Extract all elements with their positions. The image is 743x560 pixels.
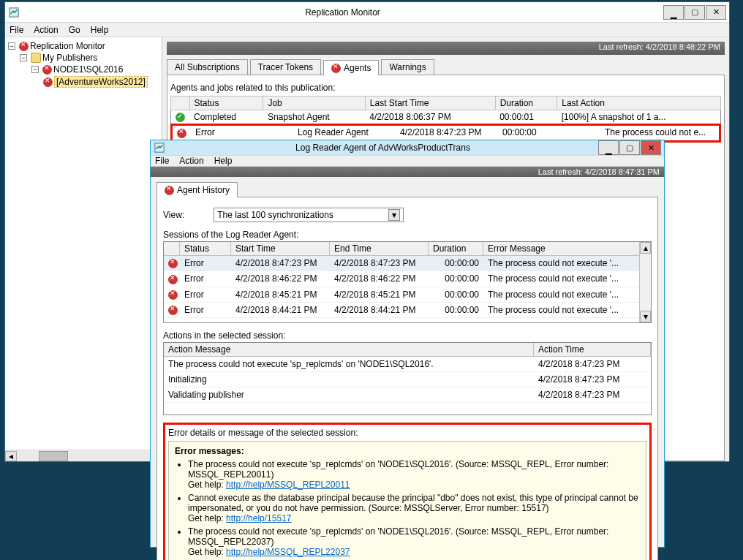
col-end[interactable]: End Time bbox=[330, 242, 429, 255]
help-link[interactable]: http://help/15517 bbox=[226, 513, 291, 523]
tree-root[interactable]: − Replication Monitor bbox=[8, 40, 159, 52]
scroll-down-icon[interactable]: ▾ bbox=[640, 311, 651, 322]
tab-warnings[interactable]: Warnings bbox=[381, 59, 434, 75]
view-label: View: bbox=[163, 210, 184, 220]
horizontal-scrollbar[interactable]: ◂ ▸ bbox=[5, 450, 162, 461]
cell-last-start: 4/2/2018 8:06:37 PM bbox=[365, 110, 495, 124]
grid-row[interactable]: The process could not execute 'sp_replcm… bbox=[164, 357, 651, 372]
cell: The process could not execute '... bbox=[483, 303, 651, 317]
tab-all-subscriptions[interactable]: All Subscriptions bbox=[167, 59, 248, 75]
error-icon bbox=[19, 42, 29, 51]
expander-icon[interactable]: − bbox=[20, 54, 27, 61]
cell-last-action: The process could not e... bbox=[600, 126, 719, 140]
grid-row[interactable]: Validating publisher 4/2/2018 8:47:23 PM bbox=[164, 387, 651, 403]
vertical-scrollbar[interactable]: ▴ ▾ bbox=[639, 242, 651, 322]
col-action-message[interactable]: Action Message bbox=[164, 343, 534, 356]
app-icon bbox=[154, 142, 165, 154]
view-combo[interactable]: The last 100 synchronizations ▾ bbox=[214, 208, 404, 222]
cell-duration: 00:00:00 bbox=[498, 126, 600, 140]
menu-action[interactable]: Action bbox=[179, 156, 203, 166]
error-messages-heading: Error messages: bbox=[175, 446, 244, 456]
cell: 4/2/2018 8:45:21 PM bbox=[330, 288, 429, 301]
menu-help[interactable]: Help bbox=[91, 25, 109, 35]
expander-icon[interactable]: − bbox=[31, 66, 39, 73]
help-label: Get help: bbox=[188, 547, 224, 557]
scroll-track[interactable] bbox=[17, 451, 150, 461]
cell: The process could not execute '... bbox=[483, 272, 651, 285]
close-button[interactable]: ✕ bbox=[706, 5, 726, 20]
cell-status: Error bbox=[191, 126, 293, 140]
grid-row[interactable]: Initializing 4/2/2018 8:47:23 PM bbox=[164, 372, 651, 387]
col-start[interactable]: Start Time bbox=[231, 242, 330, 255]
titlebar[interactable]: Replication Monitor ▁ ▢ ✕ bbox=[5, 2, 729, 23]
col-error[interactable]: Error Message bbox=[483, 242, 651, 255]
error-item: The process could not execute 'sp_replcm… bbox=[188, 526, 640, 557]
col-status[interactable]: Status bbox=[180, 242, 231, 255]
menu-file[interactable]: File bbox=[155, 156, 169, 166]
col-action-time[interactable]: Action Time bbox=[534, 343, 651, 356]
scroll-left-icon[interactable]: ◂ bbox=[5, 451, 17, 461]
cell: 4/2/2018 8:47:23 PM bbox=[534, 357, 651, 371]
menu-go[interactable]: Go bbox=[69, 25, 80, 35]
menu-help[interactable]: Help bbox=[214, 156, 233, 166]
error-details-label: Error details or message of the selected… bbox=[168, 428, 646, 438]
col-duration[interactable]: Duration bbox=[429, 242, 483, 255]
tree-pane: − Replication Monitor − My Publishers − … bbox=[5, 37, 162, 461]
error-icon bbox=[168, 275, 178, 284]
cell-job: Log Reader Agent bbox=[293, 126, 396, 140]
maximize-button[interactable]: ▢ bbox=[684, 5, 705, 20]
menu-action[interactable]: Action bbox=[34, 25, 58, 35]
grid-row[interactable]: Error 4/2/2018 8:47:23 PM 4/2/2018 8:47:… bbox=[164, 256, 651, 271]
tree-publishers[interactable]: − My Publishers bbox=[8, 52, 159, 64]
cell-last-action: [100%] A snapshot of 1 a... bbox=[557, 110, 721, 124]
tree-label: Replication Monitor bbox=[30, 41, 105, 51]
window-title: Replication Monitor bbox=[23, 7, 663, 18]
error-icon bbox=[177, 129, 186, 138]
col-job[interactable]: Job bbox=[263, 97, 365, 110]
error-icon bbox=[168, 290, 178, 300]
col-last-start[interactable]: Last Start Time bbox=[365, 97, 495, 110]
table-row[interactable]: Error Log Reader Agent 4/2/2018 8:47:23 … bbox=[173, 126, 719, 140]
cell-job: Snapshot Agent bbox=[263, 110, 365, 124]
grid-row[interactable]: Error 4/2/2018 8:45:21 PM 4/2/2018 8:45:… bbox=[164, 287, 651, 303]
titlebar[interactable]: Log Reader Agent of AdvWorksProductTrans… bbox=[151, 140, 664, 156]
section-label: Agents and jobs related to this publicat… bbox=[170, 80, 721, 96]
cell: Error bbox=[180, 272, 231, 285]
tab-label: Agents bbox=[344, 63, 371, 73]
tree-label: My Publishers bbox=[42, 53, 97, 63]
col-duration[interactable]: Duration bbox=[495, 97, 557, 110]
help-link[interactable]: http://help/MSSQL_REPL20011 bbox=[226, 480, 350, 490]
tab-area: Agent History View: The last 100 synchro… bbox=[151, 177, 664, 560]
scroll-thumb[interactable] bbox=[39, 451, 68, 461]
tree-db-node[interactable]: [AdventureWorks2012] bbox=[8, 75, 159, 88]
tab-tracer-tokens[interactable]: Tracer Tokens bbox=[250, 59, 321, 75]
col-status[interactable]: Status bbox=[189, 97, 263, 110]
tab-agents[interactable]: Agents bbox=[323, 60, 379, 75]
tab-agent-history[interactable]: Agent History bbox=[156, 182, 238, 197]
table-row[interactable]: Completed Snapshot Agent 4/2/2018 8:06:3… bbox=[171, 110, 721, 124]
error-text: The process could not execute 'sp_replcm… bbox=[188, 459, 608, 480]
maximize-button[interactable]: ▢ bbox=[619, 140, 640, 155]
expander-icon[interactable]: − bbox=[8, 42, 15, 50]
cell: 4/2/2018 8:44:21 PM bbox=[330, 303, 429, 317]
menu-file[interactable]: File bbox=[10, 25, 23, 35]
help-link[interactable]: http://help/MSSQL_REPL22037 bbox=[226, 547, 350, 557]
tree-server-node[interactable]: − NODE1\SQL2016 bbox=[8, 64, 159, 75]
cell: 4/2/2018 8:46:22 PM bbox=[231, 272, 330, 285]
minimize-button[interactable]: ▁ bbox=[663, 5, 684, 20]
chevron-down-icon[interactable]: ▾ bbox=[388, 209, 400, 221]
minimize-button[interactable]: ▁ bbox=[598, 140, 619, 155]
cell-last-start: 4/2/2018 8:47:23 PM bbox=[396, 126, 498, 140]
col-last-action[interactable]: Last Action bbox=[557, 97, 721, 110]
close-button[interactable]: ✕ bbox=[641, 140, 661, 155]
scroll-up-icon[interactable]: ▴ bbox=[640, 242, 651, 254]
cell: The process could not execute 'sp_replcm… bbox=[164, 357, 534, 371]
cell: 00:00:00 bbox=[429, 257, 483, 270]
error-item: The process could not execute 'sp_replcm… bbox=[188, 459, 640, 490]
grid-row[interactable]: Error 4/2/2018 8:44:21 PM 4/2/2018 8:44:… bbox=[164, 303, 651, 318]
grid-row[interactable]: Error 4/2/2018 8:46:22 PM 4/2/2018 8:46:… bbox=[164, 271, 651, 287]
error-item: Cannot execute as the database principal… bbox=[188, 493, 640, 523]
error-icon bbox=[43, 77, 53, 87]
menubar: File Action Go Help bbox=[5, 23, 729, 37]
sessions-label: Sessions of the Log Reader Agent: bbox=[163, 230, 652, 240]
